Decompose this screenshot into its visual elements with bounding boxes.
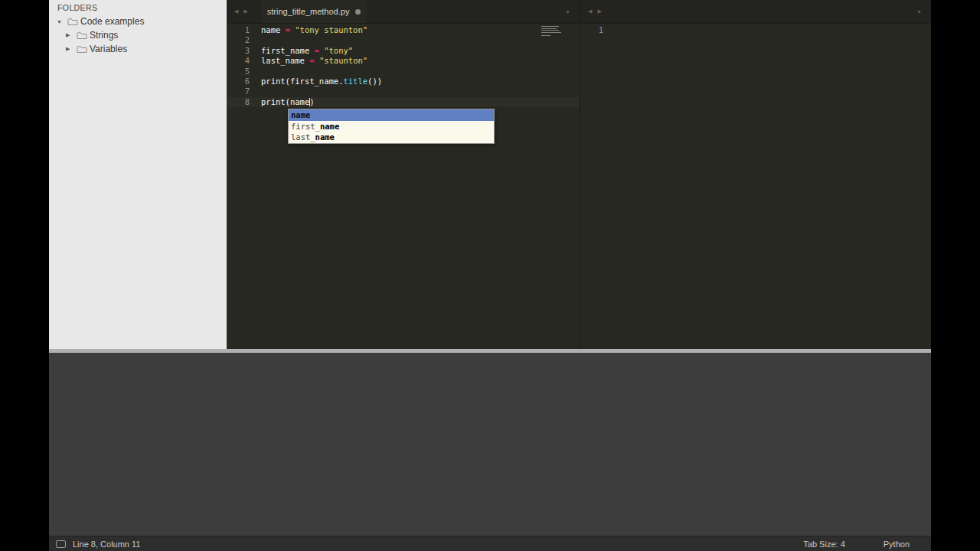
tab-size-status[interactable]: Tab Size: 4 <box>803 540 844 549</box>
line-number: 1 <box>580 25 603 35</box>
code-line[interactable]: 8print(name) <box>227 97 580 107</box>
minimap-line <box>541 26 559 27</box>
line-number: 8 <box>227 97 250 107</box>
expand-arrow-icon[interactable]: ▶ <box>66 32 77 38</box>
collapse-arrow-icon[interactable]: ▼ <box>57 19 67 24</box>
autocomplete-item-match: name <box>291 110 310 119</box>
code-line[interactable]: 2 <box>227 35 580 45</box>
line-number: 2 <box>227 35 250 45</box>
tab-scroll-right-icon[interactable]: ▶ <box>597 8 601 15</box>
sidebar: FOLDERS ▼Code examples▶Strings▶Variables <box>49 0 227 349</box>
autocomplete-item-match: name <box>320 122 339 131</box>
expand-arrow-icon[interactable]: ▶ <box>66 46 77 52</box>
folders-header: FOLDERS <box>49 0 227 15</box>
left-code-lines: 1name = "tony staunton"23first_name = "t… <box>227 25 580 107</box>
code-line[interactable]: 1name = "tony staunton" <box>227 25 580 35</box>
folder-tree: ▼Code examples▶Strings▶Variables <box>49 15 227 56</box>
line-number: 3 <box>227 46 250 56</box>
editor-pane-right: ◀ ▶ ▼ 1 <box>580 0 931 349</box>
code-text: print(name) <box>261 97 315 107</box>
editor-pane-left: ◀ ▶ string_title_method.py ▼ 1name = "to… <box>227 0 580 349</box>
code-line[interactable]: 7 <box>227 86 580 96</box>
code-text: name = "tony staunton" <box>261 25 368 35</box>
code-text: last_name = "staunton" <box>261 56 368 66</box>
autocomplete-popup: namefirst_namelast_name <box>288 109 495 144</box>
folder-label: Strings <box>90 30 118 41</box>
folder-icon <box>77 45 90 54</box>
right-code-area[interactable]: 1 <box>580 24 931 35</box>
code-line[interactable]: 4last_name = "staunton" <box>227 56 580 66</box>
tab-title: string_title_method.py <box>267 7 350 16</box>
autocomplete-item-prefix: first_ <box>291 122 320 131</box>
tab-nav-arrows: ◀ ▶ <box>588 8 602 15</box>
folder-icon <box>77 31 90 40</box>
line-number: 4 <box>227 56 250 66</box>
editor-group: ◀ ▶ string_title_method.py ▼ 1name = "to… <box>227 0 931 349</box>
code-line[interactable]: 1 <box>580 25 931 35</box>
line-number: 7 <box>227 86 250 96</box>
code-text: print(first_name.title()) <box>261 77 382 86</box>
right-code-lines: 1 <box>580 25 931 35</box>
sidebar-item-strings[interactable]: ▶Strings <box>49 28 227 42</box>
code-line[interactable]: 6print(first_name.title()) <box>227 77 580 86</box>
right-tab-bar: ◀ ▶ ▼ <box>580 0 931 24</box>
tab-scroll-right-icon[interactable]: ▶ <box>243 8 247 15</box>
syntax-status[interactable]: Python <box>884 540 910 549</box>
status-bar-right: Tab Size: 4 Python <box>803 540 910 549</box>
cursor-position-status: Line 8, Column 11 <box>73 540 140 549</box>
line-number: 1 <box>227 25 250 35</box>
tab-scroll-left-icon[interactable]: ◀ <box>588 8 592 15</box>
minimap-line <box>541 30 559 31</box>
sublime-window: FOLDERS ▼Code examples▶Strings▶Variables… <box>49 0 931 551</box>
line-number: 6 <box>227 77 250 86</box>
minimap-line <box>541 35 550 36</box>
left-tab-bar: ◀ ▶ string_title_method.py ▼ <box>227 0 580 24</box>
folder-label: Variables <box>90 44 127 54</box>
autocomplete-item-prefix: last_ <box>291 132 315 142</box>
minimap[interactable] <box>541 26 561 37</box>
tab-list-dropdown-icon[interactable]: ▼ <box>565 9 570 15</box>
folder-icon <box>67 18 80 26</box>
tab-string-title-method[interactable]: string_title_method.py <box>260 0 369 23</box>
autocomplete-item-first_name[interactable]: first_name <box>289 121 494 132</box>
autocomplete-item-match: name <box>315 132 335 142</box>
code-line[interactable]: 3first_name = "tony" <box>227 46 580 56</box>
panel-toggle-icon[interactable] <box>56 540 66 548</box>
autocomplete-item-name[interactable]: name <box>289 109 494 121</box>
sidebar-item-code-examples[interactable]: ▼Code examples <box>49 15 227 28</box>
sidebar-item-variables[interactable]: ▶Variables <box>49 42 227 56</box>
minimap-line <box>541 32 561 33</box>
line-number: 5 <box>227 67 250 77</box>
status-bar: Line 8, Column 11 Tab Size: 4 Python <box>49 536 931 551</box>
folder-label: Code examples <box>80 16 144 27</box>
tab-scroll-left-icon[interactable]: ◀ <box>234 8 238 15</box>
code-line[interactable]: 5 <box>227 67 580 77</box>
left-code-area[interactable]: 1name = "tony staunton"23first_name = "t… <box>227 24 580 107</box>
tab-list-dropdown-icon[interactable]: ▼ <box>916 9 922 15</box>
modified-indicator-icon <box>355 9 361 15</box>
code-text: first_name = "tony" <box>261 46 353 56</box>
tab-nav-arrows: ◀ ▶ <box>234 8 248 15</box>
autocomplete-item-last_name[interactable]: last_name <box>289 132 494 143</box>
empty-lower-group <box>49 353 931 536</box>
